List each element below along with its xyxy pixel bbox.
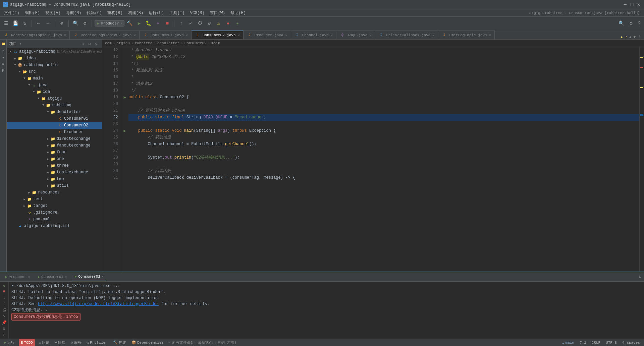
toolbar-stop-btn[interactable]: ■ <box>163 19 171 27</box>
gutter-19-run[interactable]: ▶ <box>121 94 128 101</box>
tree-item-fanoutexchange[interactable]: ▶ 📁 fanoutexchange <box>7 142 102 149</box>
toolbar-history-btn[interactable]: ⏱ <box>196 19 204 27</box>
menu-code[interactable]: 代码(C) <box>84 9 105 17</box>
close-panel-btn[interactable]: ✕ <box>1 314 8 319</box>
tree-expand-arrow[interactable]: ▶ <box>46 170 50 175</box>
code-content[interactable]: * @author lishuai * @date 2023/6/8-21:12… <box>128 47 639 272</box>
tab-close-icon[interactable]: ✕ <box>369 33 371 37</box>
tree-item-main[interactable]: ▼ 📁 main <box>7 75 102 82</box>
expand-editor-btn[interactable]: ▲ <box>629 35 632 39</box>
run-tab-close[interactable]: ✕ <box>65 275 67 279</box>
tab-ReceiveLogsTopic01[interactable]: J ReceiveLogsTopic01.java ✕ <box>0 31 70 39</box>
tree-expand-arrow[interactable]: ▼ <box>22 76 27 81</box>
toolbar-back-btn[interactable]: ← <box>35 19 43 27</box>
menu-navigate[interactable]: 导航(N) <box>63 9 84 17</box>
tree-item-one[interactable]: ▶ 📁 one <box>7 156 102 162</box>
menu-build[interactable]: 构建(B) <box>125 9 146 17</box>
menu-view[interactable]: 视图(V) <box>43 9 63 17</box>
tab-Consumer02[interactable]: J Consumer02.java ✕ <box>192 31 244 39</box>
run-config-dropdown[interactable]: ▶ Producer ▾ <box>95 20 124 26</box>
tree-expand-arrow[interactable]: ▶ <box>13 56 17 61</box>
toolbar-build-btn[interactable]: 🔨 <box>126 19 134 27</box>
tree-item-Consumer02[interactable]: C Consumer02 <box>7 122 102 129</box>
menu-run[interactable]: 运行(U) <box>146 9 167 17</box>
nav-commit-btn[interactable]: ✓ <box>0 48 6 54</box>
tree-item-root[interactable]: ▼ 🗂 atgigu-rabbitmq E:\WorkData\IdeaProj… <box>7 48 102 55</box>
stop-btn[interactable]: ■ <box>1 289 8 294</box>
tree-expand-arrow[interactable]: ▶ <box>27 190 32 195</box>
tree-item-deadletter[interactable]: ▼ 📁 deadletter <box>7 109 102 115</box>
window-controls[interactable]: ─ □ ✕ <box>623 2 641 7</box>
collapse-editor-btn[interactable]: ▼ <box>633 35 636 39</box>
status-problems-btn[interactable]: ⚠ 问题 <box>38 339 51 346</box>
tree-item-four[interactable]: ▶ 📁 four <box>7 149 102 156</box>
nav-favorites-btn[interactable]: ★ <box>0 54 6 60</box>
status-services-btn[interactable]: ⚙ 服务 <box>69 339 83 346</box>
nav-maven-btn[interactable]: M <box>0 68 6 74</box>
warning-count[interactable]: ▲ 7 <box>621 35 627 39</box>
tree-expand-arrow[interactable]: ▶ <box>22 197 27 201</box>
tree-item-com[interactable]: ▼ 📁 com <box>7 89 102 95</box>
close-button[interactable]: ✕ <box>636 2 641 7</box>
tab-DeliverCallback[interactable]: I DeliverCallback.java ✕ <box>375 31 438 39</box>
run-tab-producer[interactable]: ▶ Producer ✕ <box>3 273 33 281</box>
tree-item-resources[interactable]: ▶ 📁 resources <box>7 189 102 196</box>
menu-window[interactable]: 窗口(W) <box>207 9 228 17</box>
gutter-24-run[interactable]: ▶ <box>121 127 128 134</box>
toolbar-search-class-btn[interactable]: 🔍 <box>71 19 79 27</box>
autoscroll-btn[interactable]: 📌 <box>1 320 8 325</box>
tree-expand-arrow[interactable]: ▼ <box>13 63 17 67</box>
editor-settings-btn[interactable]: ⋮ <box>638 35 641 39</box>
run-tab-close[interactable]: ✕ <box>102 275 104 279</box>
status-indent[interactable]: 4 spaces <box>621 339 641 346</box>
breadcrumb-rabbitmq[interactable]: rabbitmq <box>135 41 153 45</box>
tree-item-src[interactable]: ▼ 📂 src <box>7 68 102 75</box>
tree-collapse-all-btn[interactable]: ⊟ <box>80 41 86 47</box>
tab-AMQP[interactable]: @ AMQP.java ✕ <box>336 31 375 39</box>
run-panel-settings-btn[interactable]: ⚙ <box>639 274 641 279</box>
nav-structure-btn[interactable]: ≡ <box>0 61 6 67</box>
tree-item-rabbitmq[interactable]: ▼ 📁 rabbitmq <box>7 102 102 109</box>
toolbar-coverage-btn[interactable]: ☂ <box>154 19 162 27</box>
tree-expand-arrow[interactable]: ▼ <box>8 49 13 54</box>
tab-close-icon[interactable]: ✕ <box>64 33 66 37</box>
menu-refactor[interactable]: 重构(R) <box>105 9 125 17</box>
status-git-branch[interactable]: ☁ main <box>561 339 576 346</box>
toolbar-forward-btn[interactable]: → <box>44 19 52 27</box>
settings-icon[interactable]: ⚙ <box>628 19 634 27</box>
tree-expand-arrow[interactable]: ▼ <box>27 83 32 88</box>
tree-expand-arrow[interactable]: ▶ <box>46 136 50 141</box>
run-tab-consumer01[interactable]: ▶ Consumer01 ✕ <box>35 273 69 281</box>
tree-item-two[interactable]: ▶ 📁 two <box>7 176 102 182</box>
breadcrumb-main[interactable]: main <box>211 41 220 45</box>
tree-item-test[interactable]: ▶ 📁 test <box>7 196 102 203</box>
tree-item-rabbitmq-hello[interactable]: ▼ 📦 rabbitmq-hello <box>7 62 102 68</box>
tree-item-target[interactable]: ▶ 📁 target <box>7 203 102 209</box>
maximize-button[interactable]: □ <box>629 2 635 7</box>
menu-vcs[interactable]: VCS(S) <box>187 9 207 17</box>
tree-item-atgigu[interactable]: ▼ 📁 atgigu <box>7 95 102 102</box>
filter-btn[interactable]: ≡ <box>1 327 8 331</box>
breadcrumb-com[interactable]: com <box>105 41 112 45</box>
toolbar-sync-btn[interactable]: ↻ <box>21 19 29 27</box>
toolbar-commit-btn[interactable]: ✓ <box>186 19 195 27</box>
toolbar-debug-btn[interactable]: 🐛 <box>145 19 153 27</box>
tree-item-topicexchange[interactable]: ▶ 📁 topicexchange <box>7 169 102 176</box>
tree-expand-arrow[interactable]: ▶ <box>46 177 50 181</box>
tree-expand-arrow[interactable]: ▶ <box>46 183 50 188</box>
tree-item-gitignore[interactable]: ⚙ .gitignore <box>7 209 102 216</box>
toolbar-extra1-btn[interactable]: ● <box>224 19 232 27</box>
tab-Channel[interactable]: I Channel.java ✕ <box>291 31 336 39</box>
scroll-up-btn[interactable]: ↑ <box>1 301 8 306</box>
tree-expand-arrow[interactable]: ▶ <box>46 143 50 148</box>
scroll-thumb[interactable] <box>640 114 643 116</box>
tree-item-utils[interactable]: ▶ 📁 utils <box>7 182 102 189</box>
tab-Consumer01[interactable]: J Consumer01.java ✕ <box>140 31 192 39</box>
tab-close-icon[interactable]: ✕ <box>186 33 188 37</box>
tree-expand-arrow[interactable]: ▶ <box>46 150 50 155</box>
menu-help[interactable]: 帮助(H) <box>228 9 249 17</box>
tree-expand-arrow[interactable]: ▶ <box>46 157 50 161</box>
tree-item-iml[interactable]: ◆ atgigu-rabbitmq.iml <box>7 223 102 229</box>
print-btn[interactable]: 🖨 <box>1 307 8 312</box>
tab-close-icon[interactable]: ✕ <box>285 33 287 37</box>
